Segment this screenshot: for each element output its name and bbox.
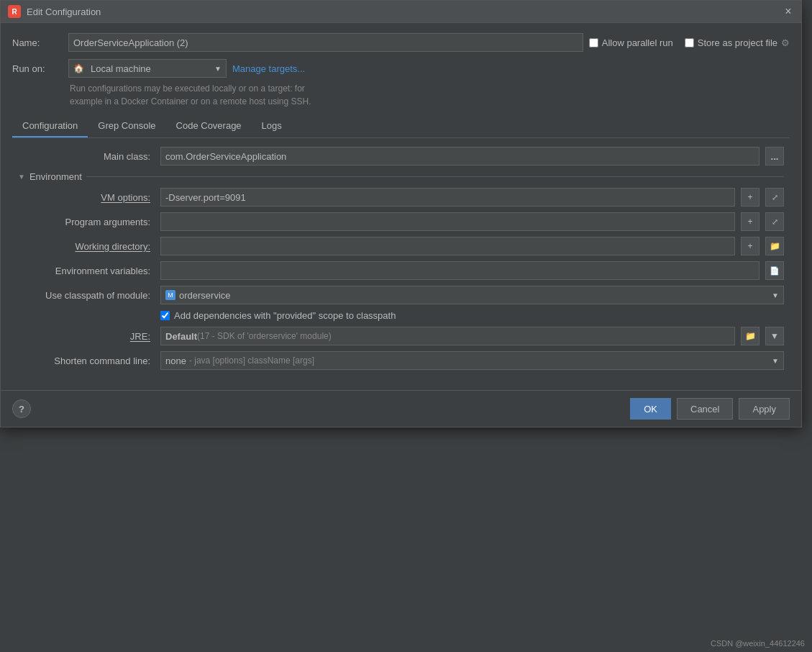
add-deps-label: Add dependencies with "provided" scope t… — [174, 310, 396, 321]
jre-row: JRE: Default (17 - SDK of 'orderservice'… — [18, 327, 784, 345]
dialog-footer: ? OK Cancel Apply — [1, 390, 801, 427]
help-button[interactable]: ? — [12, 399, 31, 418]
vm-options-add-button[interactable]: + — [741, 188, 759, 207]
shorten-dropdown[interactable]: none - java [options] className [args] ▼ — [160, 351, 784, 370]
working-dir-input[interactable] — [160, 237, 735, 255]
program-args-label: Program arguments: — [18, 217, 155, 227]
shorten-sub: - java [options] className [args] — [189, 356, 314, 366]
jre-label: JRE: — [18, 331, 155, 342]
hint-line1: Run configurations may be executed local… — [70, 83, 305, 94]
tab-configuration[interactable]: Configuration — [12, 115, 88, 137]
name-label: Name: — [12, 37, 63, 48]
expand-icon: ⤢ — [772, 193, 778, 202]
module-icon: M — [165, 290, 175, 300]
env-vars-row: Environment variables: 📄 — [18, 261, 784, 280]
dialog-body: Name: Allow parallel run Store as projec… — [1, 23, 801, 384]
jre-sub: (17 - SDK of 'orderservice' module) — [197, 331, 332, 341]
cancel-button[interactable]: Cancel — [677, 398, 733, 420]
section-divider — [86, 176, 784, 177]
jre-default: Default — [165, 331, 197, 342]
run-on-label: Run on: — [12, 63, 63, 74]
run-on-value: Local machine — [91, 63, 151, 74]
main-class-input[interactable] — [160, 147, 759, 166]
shorten-label: Shorten command line: — [18, 356, 155, 366]
ok-button[interactable]: OK — [630, 398, 671, 420]
store-project-file-checkbox[interactable] — [685, 38, 694, 47]
env-vars-input[interactable] — [160, 261, 759, 280]
program-args-row: Program arguments: + ⤢ — [18, 212, 784, 231]
run-on-dropdown[interactable]: 🏠 Local machine ▼ — [68, 59, 227, 78]
run-on-dropdown-arrow: ▼ — [214, 65, 222, 73]
add-deps-checkbox[interactable] — [160, 311, 170, 320]
edit-configuration-dialog: R Edit Configuration × Name: Allow paral… — [0, 0, 802, 427]
gear-icon[interactable]: ⚙ — [781, 37, 790, 48]
store-project-file-checkbox-item[interactable]: Store as project file ⚙ — [685, 37, 790, 48]
module-label: Use classpath of module: — [18, 290, 155, 301]
store-project-file-label: Store as project file — [698, 37, 777, 48]
run-on-row: Run on: 🏠 Local machine ▼ Manage targets… — [12, 59, 790, 78]
vm-options-row: VM options: + ⤢ — [18, 188, 784, 207]
shorten-cmd-row: Shorten command line: none - java [optio… — [18, 351, 784, 370]
jre-folder-button[interactable]: 📁 — [741, 327, 759, 345]
close-button[interactable]: × — [783, 6, 794, 17]
program-args-add-button[interactable]: + — [741, 212, 759, 231]
app-icon: R — [8, 5, 21, 18]
env-vars-label: Environment variables: — [18, 266, 155, 276]
vm-options-label: VM options: — [18, 192, 155, 203]
working-dir-row: Working directory: + 📁 — [18, 237, 784, 255]
tabs-bar: Configuration Grep Console Code Coverage… — [12, 115, 790, 138]
section-collapse-arrow[interactable]: ▼ — [18, 173, 25, 181]
jre-dropdown-button[interactable]: ▼ — [765, 327, 784, 345]
module-row: Use classpath of module: M orderservice … — [18, 286, 784, 304]
allow-parallel-run-checkbox-item[interactable]: Allow parallel run — [589, 37, 673, 48]
module-dropdown-arrow: ▼ — [772, 291, 779, 299]
name-input[interactable] — [68, 33, 583, 52]
working-dir-browse-button[interactable]: 📁 — [765, 237, 784, 255]
environment-section-header: ▼ Environment — [18, 171, 784, 182]
vm-options-input[interactable] — [160, 188, 735, 207]
tab-grep-console[interactable]: Grep Console — [88, 115, 165, 137]
manage-targets-link[interactable]: Manage targets... — [232, 63, 305, 74]
apply-button[interactable]: Apply — [739, 398, 790, 420]
main-class-label: Main class: — [18, 151, 155, 162]
working-dir-add-button[interactable]: + — [741, 237, 759, 255]
tab-logs[interactable]: Logs — [252, 115, 292, 137]
allow-parallel-run-label: Allow parallel run — [602, 37, 673, 48]
env-vars-file-button[interactable]: 📄 — [765, 261, 784, 280]
watermark: CSDN @weixin_44612246 — [711, 639, 805, 648]
home-icon: 🏠 — [73, 63, 84, 73]
add-deps-row: Add dependencies with "provided" scope t… — [160, 310, 784, 321]
module-value: orderservice — [179, 290, 231, 301]
tab-code-coverage[interactable]: Code Coverage — [166, 115, 252, 137]
allow-parallel-run-checkbox[interactable] — [589, 38, 598, 47]
hint-line2: example in a Docker Container or on a re… — [70, 96, 311, 107]
environment-label: Environment — [29, 171, 82, 182]
module-dropdown[interactable]: M orderservice ▼ — [160, 286, 784, 304]
hint-text: Run configurations may be executed local… — [70, 82, 790, 108]
main-class-browse-button[interactable]: ... — [765, 147, 784, 166]
main-class-row: Main class: ... — [18, 147, 784, 166]
name-row: Name: Allow parallel run Store as projec… — [12, 33, 790, 52]
shorten-dropdown-arrow: ▼ — [772, 357, 779, 365]
vm-options-expand-button[interactable]: ⤢ — [765, 188, 784, 207]
program-args-input[interactable] — [160, 212, 735, 231]
jre-input: Default (17 - SDK of 'orderservice' modu… — [160, 327, 735, 345]
dialog-title: Edit Configuration — [27, 6, 777, 17]
working-dir-label: Working directory: — [18, 241, 155, 252]
expand-icon2: ⤢ — [772, 217, 778, 227]
program-args-expand-button[interactable]: ⤢ — [765, 212, 784, 231]
title-bar: R Edit Configuration × — [1, 1, 801, 23]
checkboxes-row: Allow parallel run Store as project file… — [589, 37, 790, 48]
tab-content-configuration: Main class: ... ▼ Environment VM options… — [12, 138, 790, 384]
shorten-value: none — [165, 356, 186, 366]
